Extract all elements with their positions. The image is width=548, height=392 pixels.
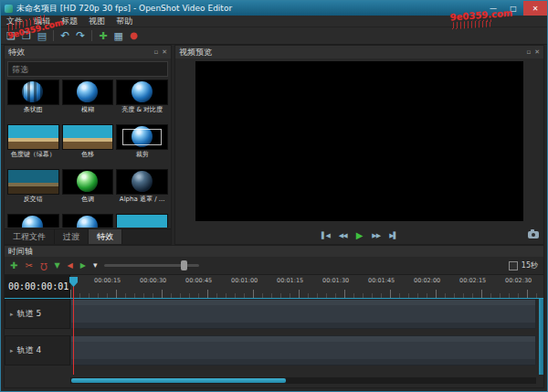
ruler-label: 00:01:00	[231, 277, 277, 284]
effect-label: 条状图	[7, 106, 59, 122]
jump-to-end-icon[interactable]: ▶▌	[389, 233, 397, 239]
play-icon[interactable]: ▶	[356, 231, 364, 240]
effect-item[interactable]: 色移	[62, 124, 114, 166]
track-header[interactable]: ▸ 轨道 5	[5, 299, 70, 329]
ruler-label: 00:00:15	[94, 277, 140, 284]
effects-panel-title: 特效	[8, 47, 25, 58]
vertical-scrollbar-thumb[interactable]	[539, 299, 543, 375]
effect-label: 色度键（绿幕）	[7, 151, 59, 166]
effect-thumbnail[interactable]	[116, 214, 168, 228]
effect-label: 亮度 & 对比度	[116, 106, 168, 122]
ruler-label: 00:01:45	[368, 277, 414, 284]
zoom-slider-handle[interactable]	[181, 260, 187, 270]
track-menu-icon[interactable]: ▸	[10, 347, 14, 355]
close-button[interactable]: ✕	[523, 1, 547, 16]
track-row: ▸ 轨道 5	[5, 299, 536, 329]
menu-view[interactable]: 视图	[89, 16, 105, 27]
track-menu-icon[interactable]: ▸	[10, 311, 14, 318]
window-title: 未命名项目 [HD 720p 30 fps] - OpenShot Video …	[16, 3, 232, 15]
redo-icon[interactable]: ↷	[76, 30, 85, 41]
effect-item[interactable]	[116, 214, 168, 228]
snapshot-camera-icon[interactable]	[528, 231, 539, 238]
transport-controls: ▌◀ ◀◀ ▶ ▶▶ ▶▌	[175, 231, 543, 240]
effect-item[interactable]	[62, 214, 114, 228]
effect-item[interactable]: 条状图	[7, 79, 59, 122]
effect-label: 色调	[62, 196, 114, 211]
float-panel-icon[interactable]: ▫	[153, 48, 158, 56]
playhead-line[interactable]	[73, 286, 74, 375]
effect-thumbnail-crop[interactable]	[116, 124, 168, 150]
timeline-vertical-scrollbar[interactable]	[539, 299, 543, 375]
effect-thumbnail-brightness[interactable]	[116, 79, 168, 105]
center-playhead-icon[interactable]: ▾	[93, 261, 98, 270]
fast-forward-icon[interactable]: ▶▶	[372, 233, 380, 239]
toolbar-separator	[91, 30, 92, 41]
ruler-label: 00:00:30	[140, 277, 185, 284]
preview-panel-title: 视频预览	[179, 47, 212, 58]
video-preview-area[interactable]	[195, 61, 523, 221]
timeline-horizontal-scrollbar[interactable]	[70, 377, 536, 384]
effect-item[interactable]: 色度键（绿幕）	[7, 124, 59, 166]
effect-item[interactable]: 模糊	[62, 79, 114, 122]
video-preview-panel: 视频预览 ▫ ✕ ▌◀ ◀◀ ▶ ▶▶ ▶▌	[174, 45, 544, 245]
effect-thumbnail-bars[interactable]	[7, 79, 59, 105]
effect-label: Alpha 遮罩 / ...	[116, 196, 168, 211]
effect-thumbnail-hue[interactable]	[62, 169, 114, 195]
horizontal-scrollbar-thumb[interactable]	[71, 378, 286, 383]
effect-item[interactable]: 反交错	[7, 169, 59, 211]
tab-effects[interactable]: 特效	[89, 229, 122, 244]
effect-thumbnail-alpha-mask[interactable]	[116, 169, 168, 195]
close-panel-icon[interactable]: ✕	[162, 48, 167, 56]
timeline-ruler[interactable]: 00:00:15 00:00:30 00:00:45 00:01:00 00:0…	[70, 275, 543, 298]
effect-thumbnail-chroma-key[interactable]	[7, 124, 59, 150]
next-marker-icon[interactable]: ▶	[80, 262, 86, 270]
effect-item[interactable]: 裁剪	[116, 124, 168, 166]
ruler-label: 00:01:30	[322, 277, 368, 284]
effect-thumbnail-color-shift[interactable]	[62, 124, 114, 150]
effect-thumbnail[interactable]	[7, 214, 59, 228]
zoom-slider[interactable]	[104, 264, 199, 267]
timeline-ruler-row: 00:00:00:01 00:00:15 00:00:30 00:00:45 0…	[5, 275, 543, 299]
ruler-labels: 00:00:15 00:00:30 00:00:45 00:01:00 00:0…	[94, 277, 543, 284]
float-panel-icon[interactable]: ▫	[526, 48, 531, 56]
track-lane[interactable]	[70, 335, 536, 366]
main-toolbar: ❏ ❐ ▤ ↶ ↷ ✚ ▦ ●	[1, 27, 547, 45]
ruler-label: 00:00:45	[185, 277, 231, 284]
effect-item[interactable]: 色调	[62, 169, 114, 211]
effect-item[interactable]	[7, 214, 59, 228]
snapping-magnet-icon[interactable]: Ω	[40, 261, 47, 270]
close-panel-icon[interactable]: ✕	[534, 48, 540, 56]
jump-to-start-icon[interactable]: ▌◀	[321, 233, 330, 239]
undo-icon[interactable]: ↶	[60, 30, 69, 41]
effect-thumbnail-blur[interactable]	[62, 79, 114, 105]
tab-project-files[interactable]: 工程文件	[5, 229, 55, 244]
effects-grid: 条状图 模糊 亮度 & 对比度 色度键（绿幕） 色移 裁剪	[7, 79, 168, 228]
import-files-icon[interactable]: ✚	[99, 31, 107, 41]
menu-help[interactable]: 帮助	[116, 16, 132, 27]
export-video-icon[interactable]: ●	[130, 31, 138, 40]
effect-label: 色移	[62, 151, 114, 166]
choose-profile-icon[interactable]: ▦	[114, 31, 123, 41]
add-track-icon[interactable]: ✚	[10, 261, 17, 270]
effect-label: 反交错	[7, 196, 59, 211]
timeline-toolbar: ✚ ✂ Ω ▼ ◀ ▶ ▾ 15秒	[5, 257, 543, 275]
track-lane[interactable]	[70, 299, 536, 329]
zoom-scale-box[interactable]	[509, 261, 518, 270]
effect-thumbnail-deinterlace[interactable]	[7, 169, 59, 195]
tab-transitions[interactable]: 过渡	[55, 229, 89, 244]
track-header[interactable]: ▸ 轨道 4	[5, 335, 70, 366]
track-name: 轨道 4	[17, 344, 42, 356]
add-marker-icon[interactable]: ▼	[54, 262, 59, 270]
effects-filter[interactable]	[7, 61, 168, 77]
timeline-panel: 时间轴 ✚ ✂ Ω ▼ ◀ ▶ ▾ 15秒 00:00:00:01 00:00:…	[4, 245, 544, 388]
previous-marker-icon[interactable]: ◀	[68, 262, 73, 270]
rewind-icon[interactable]: ◀◀	[339, 233, 347, 239]
track-row: ▸ 轨道 4	[5, 335, 536, 366]
zoom-scale-label: 15秒	[522, 260, 538, 270]
ruler-label: 00:02:00	[414, 277, 459, 284]
razor-tool-icon[interactable]: ✂	[25, 261, 32, 270]
effect-item[interactable]: 亮度 & 对比度	[116, 79, 168, 122]
effect-thumbnail[interactable]	[62, 214, 114, 228]
effect-item[interactable]: Alpha 遮罩 / ...	[116, 169, 168, 211]
effects-filter-input[interactable]	[8, 65, 167, 74]
